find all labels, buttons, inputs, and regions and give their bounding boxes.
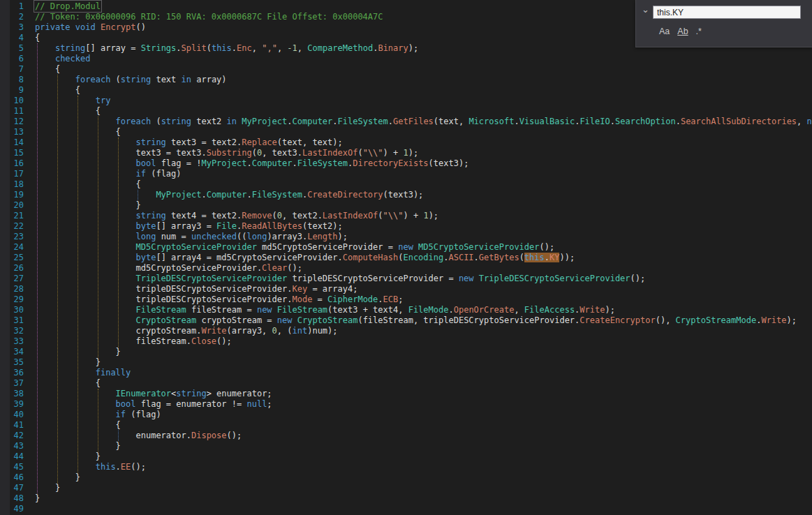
code-line[interactable]: 10 try [0,96,812,106]
line-number[interactable]: 16 [10,158,24,169]
line-number[interactable]: 49 [10,504,24,514]
line-number[interactable]: 21 [10,211,24,221]
line-number[interactable]: 14 [10,137,24,148]
chevron-down-icon[interactable]: ⌄ [642,5,649,15]
line-number[interactable]: 18 [10,179,24,190]
code-line[interactable]: 47 } [0,483,812,493]
code-line[interactable]: 49 [0,504,812,514]
line-number[interactable]: 4 [10,33,24,43]
line-number[interactable]: 38 [10,389,24,399]
match-case-button[interactable]: Aa [659,27,670,37]
code-line[interactable]: 44 } [0,451,812,462]
code-line[interactable]: 27 TripleDESCryptoServiceProvider triple… [0,274,812,284]
code-line[interactable]: 38 IEnumerator<string> enumerator; [0,389,812,399]
code-line[interactable]: 35 } [0,357,812,368]
code-line[interactable]: 32 cryptoStream.Write(array3, 0, (int)nu… [0,326,812,336]
code-line[interactable]: 29 tripleDESCryptoServiceProvider.Mode =… [0,294,812,305]
code-line[interactable]: 11 { [0,106,812,117]
code-editor[interactable]: 1// Drop.Modul2// Token: 0x06000096 RID:… [0,0,812,515]
code-line[interactable]: 9 { [0,85,812,96]
line-number[interactable]: 27 [10,274,24,284]
code-line[interactable]: 8 foreach (string text in array) [0,75,812,85]
code-line[interactable]: 15 text3 = text3.Substring(0, text3.Last… [0,148,812,158]
code-line[interactable]: 41 { [0,420,812,431]
line-number[interactable]: 47 [10,483,24,493]
line-number[interactable]: 33 [10,336,24,347]
code-line[interactable]: 7 { [0,64,812,75]
line-number[interactable]: 19 [10,190,24,200]
code-line[interactable]: 28 tripleDESCryptoServiceProvider.Key = … [0,284,812,294]
line-number[interactable]: 7 [10,64,24,75]
code-line[interactable]: 33 fileStream.Close(); [0,336,812,347]
code-line[interactable]: 39 bool flag = enumerator != null; [0,399,812,410]
code-line[interactable]: 19 MyProject.Computer.FileSystem.CreateD… [0,190,812,200]
line-number[interactable]: 34 [10,347,24,357]
code-line[interactable]: 21 string text4 = text2.Remove(0, text2.… [0,211,812,221]
code-line[interactable]: 16 bool flag = !MyProject.Computer.FileS… [0,158,812,169]
line-number[interactable]: 6 [10,54,24,64]
line-number[interactable]: 1 [10,1,24,12]
code-lines[interactable]: 1// Drop.Modul2// Token: 0x06000096 RID:… [0,1,812,514]
line-number[interactable]: 28 [10,284,24,294]
code-line[interactable]: 14 string text3 = text2.Replace(text, te… [0,137,812,148]
code-line[interactable]: 17 if (flag) [0,169,812,179]
line-number[interactable]: 48 [10,493,24,504]
line-number[interactable]: 45 [10,462,24,472]
code-line[interactable]: 37 { [0,378,812,389]
code-line[interactable]: 45 this.EE(); [0,462,812,472]
code-line[interactable]: 36 finally [0,368,812,378]
line-number[interactable]: 36 [10,368,24,378]
code-line[interactable]: 18 { [0,179,812,190]
line-number[interactable]: 46 [10,472,24,483]
code-line[interactable]: 42 enumerator.Dispose(); [0,431,812,441]
line-number[interactable]: 20 [10,200,24,211]
line-number[interactable]: 24 [10,242,24,253]
code-line[interactable]: 22 byte[] array3 = File.ReadAllBytes(tex… [0,221,812,232]
code-line[interactable]: 31 CryptoStream cryptoStream = new Crypt… [0,315,812,326]
code-line[interactable]: 6 checked [0,54,812,64]
line-number[interactable]: 44 [10,451,24,462]
code-line[interactable]: 13 { [0,127,812,137]
line-number[interactable]: 3 [10,22,24,33]
line-number[interactable]: 17 [10,169,24,179]
line-number[interactable]: 30 [10,305,24,315]
code-line[interactable]: 25 byte[] array4 = md5CryptoServiceProvi… [0,253,812,263]
search-input[interactable] [653,6,801,19]
code-line[interactable]: 46 } [0,472,812,483]
regex-button[interactable]: .* [696,27,702,37]
line-number[interactable]: 41 [10,420,24,431]
code-line[interactable]: 12 foreach (string text2 in MyProject.Co… [0,117,812,127]
code-line[interactable]: 20 } [0,200,812,211]
code-line[interactable]: 34 } [0,347,812,357]
code-line[interactable]: 48} [0,493,812,504]
line-number[interactable]: 5 [10,43,24,54]
line-number[interactable]: 13 [10,127,24,137]
line-number[interactable]: 32 [10,326,24,336]
line-number[interactable]: 8 [10,75,24,85]
line-number[interactable]: 11 [10,106,24,117]
line-number[interactable]: 40 [10,410,24,420]
code-line[interactable]: 43 } [0,441,812,451]
whole-word-button[interactable]: Ab [677,27,688,37]
line-number[interactable]: 29 [10,294,24,305]
line-number[interactable]: 2 [10,12,24,22]
line-number[interactable]: 23 [10,232,24,242]
code-line[interactable]: 26 md5CryptoServiceProvider.Clear(); [0,263,812,274]
line-number[interactable]: 42 [10,431,24,441]
code-line[interactable]: 30 FileStream fileStream = new FileStrea… [0,305,812,315]
line-number[interactable]: 9 [10,85,24,96]
line-number[interactable]: 25 [10,253,24,263]
code-line[interactable]: 40 if (flag) [0,410,812,420]
line-number[interactable]: 10 [10,96,24,106]
line-number[interactable]: 22 [10,221,24,232]
line-number[interactable]: 39 [10,399,24,410]
line-number[interactable]: 35 [10,357,24,368]
line-number[interactable]: 31 [10,315,24,326]
line-number[interactable]: 15 [10,148,24,158]
line-number[interactable]: 43 [10,441,24,451]
line-number[interactable]: 37 [10,378,24,389]
code-line[interactable]: 23 long num = unchecked((long)array3.Len… [0,232,812,242]
line-number[interactable]: 12 [10,117,24,127]
line-number[interactable]: 26 [10,263,24,274]
code-line[interactable]: 24 MD5CryptoServiceProvider md5CryptoSer… [0,242,812,253]
